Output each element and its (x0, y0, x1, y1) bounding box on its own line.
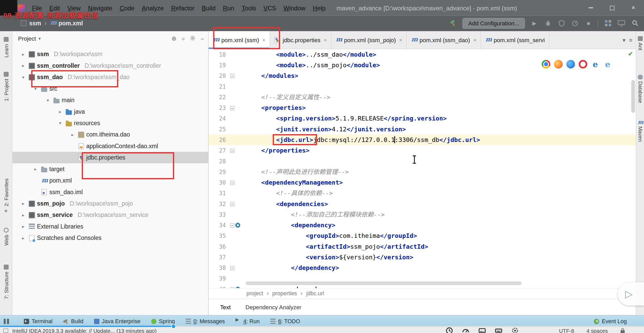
editor-tab-pom-xml-ssm-servi[interactable]: pom.xml (ssm_servi (481, 31, 549, 49)
video-progress-bar[interactable] (0, 326, 644, 327)
coverage-icon[interactable] (557, 19, 566, 27)
settings-gear-icon[interactable] (511, 327, 519, 333)
encoding-indicator[interactable]: UTF-8 (559, 328, 574, 333)
code-line-34[interactable]: 34− <dependency> (209, 220, 636, 230)
menu-help[interactable]: Help (309, 3, 329, 12)
toolbar-button-4-run[interactable]: 4: Run (236, 318, 260, 324)
tree-chevron-icon[interactable]: ▾ (20, 74, 27, 80)
editor-tab-pom-xml-ssm-pojo[interactable]: pom.xml (ssm_pojo)× (331, 31, 407, 49)
tree-item-pom-xml[interactable]: pom.xml (12, 175, 208, 186)
video-progress-handle[interactable] (172, 324, 175, 328)
toolbar-button-6-todo[interactable]: 6: TODO (270, 318, 300, 324)
tree-chevron-icon[interactable]: ▸ (20, 235, 27, 241)
code-line-21[interactable]: 21 (209, 81, 636, 92)
code-line-28[interactable]: 28 (209, 156, 636, 166)
build-hammer-icon[interactable] (449, 19, 457, 27)
fold-icon[interactable]: − (230, 223, 235, 227)
tool-stripe-database[interactable]: Database (636, 75, 644, 103)
tool-stripe-maven[interactable]: mMaven (636, 120, 644, 142)
stop-icon[interactable]: ■ (584, 19, 593, 27)
tree-item-ssm-controller[interactable]: ▸ssm_controllerD:\workspace\ssm_controll… (12, 60, 208, 71)
bottom-tab-dependency-analyzer[interactable]: Dependency Analyzer (245, 304, 301, 310)
opera-icon[interactable] (579, 60, 587, 69)
tool-stripe-ant[interactable]: Ant (636, 36, 644, 50)
collapse-all-icon[interactable]: ÷ (181, 35, 185, 42)
maximize-icon[interactable] (601, 0, 623, 16)
code-line-33[interactable]: 33 <!--添加自己的工程模块依赖--> (209, 209, 636, 220)
breadcrumb-item-ssm[interactable]: ssm (20, 20, 41, 26)
code-editor[interactable]: 18 <module>../ssm_dao</module>19 <module… (209, 49, 636, 288)
editor-tab-pom-xml-ssm-dao[interactable]: pom.xml (ssm_dao)× (407, 31, 481, 49)
tree-chevron-icon[interactable]: ▸ (20, 224, 27, 229)
menu-run[interactable]: Run (219, 3, 238, 12)
tree-item-applicationcontext-dao-xml[interactable]: applicationContext-dao.xml (12, 140, 208, 152)
menu-window[interactable]: Window (280, 3, 309, 12)
remote-screens-icon[interactable] (617, 19, 626, 27)
code-line-37[interactable]: 37 <version>${version}</version> (209, 252, 636, 262)
tab-list-icon[interactable]: ≡ (629, 37, 633, 43)
firefox-icon[interactable] (554, 60, 562, 69)
tree-item-main[interactable]: ▾main (12, 94, 208, 106)
tree-chevron-icon[interactable]: ▸ (20, 63, 27, 69)
tool-stripe-learn[interactable]: Learn (0, 37, 12, 58)
close-icon[interactable]: × (623, 0, 644, 16)
horizontal-scrollbar[interactable] (246, 281, 522, 285)
tab-close-icon[interactable]: × (399, 37, 402, 43)
tree-chevron-icon[interactable]: ▸ (20, 201, 27, 206)
code-line-36[interactable]: 36 <artifactId>ssm_pojo</artifactId> (209, 241, 636, 252)
code-line-38[interactable]: 38− </dependency> (209, 263, 636, 273)
code-line-29[interactable]: 29 <!--声明此处进行依赖管理--> (209, 166, 636, 177)
code-line-30[interactable]: 30− <dependencyManagement> (209, 177, 636, 188)
code-line-24[interactable]: 24 <spring.version>5.1.9.RELEASE</spring… (209, 113, 636, 124)
toolbar-button-build[interactable]: Build (63, 318, 83, 324)
tree-item-external-libraries[interactable]: ▸External Libraries (12, 221, 208, 232)
toolbar-button-0-messages[interactable]: 0: Messages (186, 318, 225, 324)
minimize-icon[interactable] (580, 0, 601, 16)
menu-refactor[interactable]: Refactor (167, 3, 198, 12)
vertical-scrollbar[interactable] (631, 80, 635, 113)
tree-chevron-icon[interactable]: ▾ (57, 120, 64, 126)
tree-chevron-icon[interactable]: ▸ (57, 109, 64, 114)
maven-marker-icon[interactable] (235, 223, 240, 228)
tree-chevron-icon[interactable]: ▾ (32, 86, 39, 91)
chevron-down-icon[interactable]: ▾ (38, 36, 41, 41)
tool-stripe-7-structure[interactable]: 7: Structure (0, 264, 12, 299)
tree-item-jdbc-properties[interactable]: jdbc.properties (12, 152, 208, 163)
fold-icon[interactable]: − (230, 266, 235, 270)
tab-close-icon[interactable]: × (324, 37, 327, 43)
fold-icon[interactable]: − (230, 180, 235, 185)
editor-tab-pom-xml-ssm[interactable]: pom.xml (ssm)× (209, 31, 270, 49)
fold-icon[interactable]: − (230, 106, 235, 110)
fold-icon[interactable]: − (230, 202, 235, 206)
code-line-31[interactable]: 31 <!--具体的依赖--> (209, 188, 636, 199)
tool-windows-switcher-icon[interactable] (4, 319, 9, 324)
ie-icon[interactable]: e (603, 60, 612, 69)
menu-tools[interactable]: Tools (238, 3, 260, 12)
tree-item-scratches-and-consoles[interactable]: ▸Scratches and Consoles (12, 232, 208, 244)
tree-chevron-icon[interactable]: ▸ (32, 166, 39, 172)
tree-item-ssm-dao[interactable]: ▾ssm_daoD:\workspace\ssm_dao (12, 71, 208, 83)
gear-icon[interactable] (190, 35, 195, 42)
project-panel-title[interactable]: Project (18, 35, 36, 42)
video-play-overlay[interactable]: ▷ (618, 282, 644, 306)
hide-panel-icon[interactable]: − (201, 35, 204, 42)
tree-chevron-icon[interactable]: ▸ (69, 132, 76, 137)
editor-breadcrumb-project[interactable]: project (246, 290, 263, 297)
menu-build[interactable]: Build (198, 3, 219, 12)
editor-tab-jdbc-properties[interactable]: jdbc.properties× (270, 31, 331, 49)
tree-item-com-itheima-dao[interactable]: ▸com.itheima.dao (12, 129, 208, 140)
inspection-ok-icon[interactable]: ✔ (628, 50, 633, 57)
tree-item-target[interactable]: ▸target (12, 163, 208, 175)
tab-close-icon[interactable]: × (262, 37, 266, 43)
code-line-20[interactable]: 20− </modules> (209, 71, 636, 81)
tool-stripe-1-project[interactable]: 1: Project (0, 72, 12, 101)
tree-chevron-icon[interactable]: ▾ (44, 97, 51, 103)
project-structure-icon[interactable] (604, 19, 612, 27)
run-icon[interactable]: ▶ (530, 19, 538, 27)
tree-item-src[interactable]: ▾src (12, 83, 208, 94)
tree-chevron-icon[interactable]: ▸ (20, 51, 27, 57)
fold-icon[interactable]: − (230, 74, 235, 78)
fold-icon[interactable]: − (230, 287, 235, 288)
tree-chevron-icon[interactable]: ▸ (20, 212, 27, 218)
menu-vcs[interactable]: VCS (260, 3, 280, 12)
